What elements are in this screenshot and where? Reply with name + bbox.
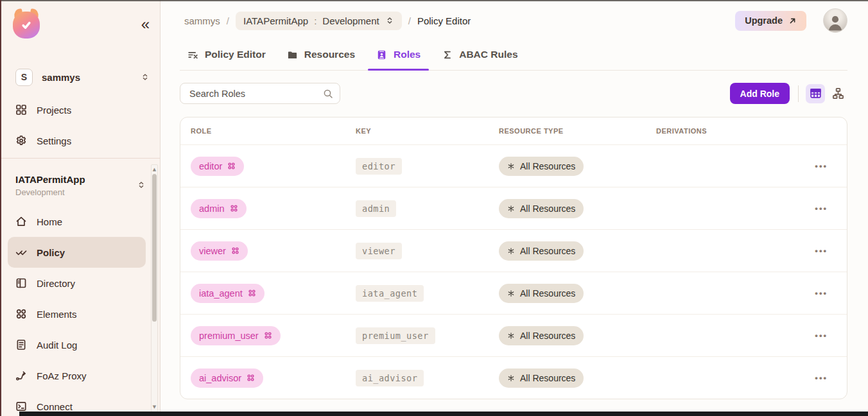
role-badge-admin[interactable]: admin (191, 199, 247, 218)
breadcrumb: sammys / IATAPermitApp : Development / P… (184, 12, 471, 30)
tab-roles[interactable]: Roles (376, 49, 421, 70)
row-actions-menu[interactable]: ••• (815, 288, 828, 298)
resource-type-label: All Resources (520, 288, 575, 299)
column-header-resource-type: RESOURCE TYPE (499, 127, 656, 135)
four-dots-icon (264, 331, 272, 340)
sidebar-item-directory[interactable]: Directory (8, 268, 146, 299)
role-badge-iata_agent[interactable]: iata_agent (191, 284, 265, 303)
directory-icon (15, 277, 28, 289)
sidebar-item-audit-log[interactable]: Audit Log (8, 329, 146, 360)
table-view-icon (810, 87, 822, 100)
sidebar-divider (0, 158, 160, 159)
upgrade-button[interactable]: Upgrade (735, 11, 806, 31)
chevron-updown-icon (137, 180, 146, 189)
resource-type-label: All Resources (520, 161, 575, 171)
four-dots-icon (247, 374, 255, 382)
breadcrumb-page: Policy Editor (417, 15, 471, 26)
asterisk-icon (507, 247, 515, 255)
audit-log-icon (15, 339, 28, 351)
four-dots-icon (230, 204, 238, 212)
roles-table-body: editor editor All Resources ••• admin ad… (180, 144, 847, 399)
row-actions-menu[interactable]: ••• (815, 246, 828, 256)
table-row-viewer: viewer viewer All Resources ••• (180, 229, 847, 272)
role-key: iata_agent (356, 285, 424, 302)
folder-icon (287, 49, 298, 60)
roles-toolbar: Add Role (180, 83, 847, 104)
window-top-edge (0, 0, 868, 1)
sidebar-scrollbar[interactable]: ▲ ▼ (151, 164, 158, 412)
role-badge-ai_advisor[interactable]: ai_advisor (191, 368, 263, 388)
resource-type-label: All Resources (520, 373, 575, 383)
scrollbar-thumb[interactable] (152, 174, 157, 322)
table-row-admin: admin admin All Resources ••• (180, 187, 847, 229)
add-role-button[interactable]: Add Role (730, 83, 790, 104)
resource-type-label: All Resources (520, 246, 575, 256)
sidebar-item-foaz-proxy[interactable]: FoAz Proxy (8, 360, 146, 391)
hierarchy-view-icon (832, 87, 844, 100)
project-environment: Development (15, 187, 85, 197)
grid-icon (15, 104, 28, 116)
topbar: sammys / IATAPermitApp : Development / P… (180, 10, 847, 31)
resource-type-badge: All Resources (499, 284, 584, 303)
elements-icon (15, 308, 28, 320)
sidebar-item-policy[interactable]: Policy (8, 237, 146, 268)
tab-policy-editor[interactable]: Policy Editor (187, 49, 266, 70)
toolbar-divider (798, 85, 799, 102)
roles-table: ROLEKEYRESOURCE TYPEDERIVATIONS editor e… (180, 117, 847, 399)
permit-logo (13, 12, 40, 39)
column-header-role: ROLE (191, 127, 356, 135)
search-roles-box[interactable] (180, 83, 340, 104)
scroll-up-icon[interactable]: ▲ (153, 165, 156, 174)
search-roles-input[interactable] (188, 88, 323, 100)
gear-icon (15, 135, 28, 146)
logo-checkmark-icon (13, 12, 40, 39)
row-actions-menu[interactable]: ••• (815, 161, 828, 171)
chevron-updown-icon (141, 73, 150, 82)
sidebar-item-settings[interactable]: Settings (8, 125, 146, 156)
row-actions-menu[interactable]: ••• (815, 331, 828, 340)
breadcrumb-workspace[interactable]: sammys (184, 15, 220, 26)
role-badge-viewer[interactable]: viewer (191, 241, 248, 261)
toolbar-right: Add Role (730, 83, 847, 104)
row-actions-menu[interactable]: ••• (815, 373, 828, 383)
breadcrumb-colon: : (314, 15, 317, 26)
resource-type-badge: All Resources (499, 157, 584, 176)
workspace-selector[interactable]: S sammys (15, 67, 150, 87)
project-selector[interactable]: IATAPermitApp Development (15, 174, 146, 197)
four-dots-icon (231, 247, 239, 255)
role-name: editor (199, 161, 222, 171)
hierarchy-view-button[interactable] (828, 84, 847, 103)
app-window: « S sammys Projects Settings IATAPermitA… (0, 0, 868, 416)
table-view-button[interactable] (806, 84, 825, 103)
role-badge-editor[interactable]: editor (191, 157, 244, 176)
resource-type-badge: All Resources (499, 241, 584, 261)
asterisk-icon (507, 290, 515, 297)
resource-type-badge: All Resources (499, 199, 584, 218)
tab-resources[interactable]: Resources (287, 49, 355, 70)
sidebar-top-nav: Projects Settings (0, 94, 160, 156)
role-key: viewer (356, 243, 402, 259)
sidebar-item-elements[interactable]: Elements (8, 299, 146, 329)
sidebar-item-projects[interactable]: Projects (8, 94, 146, 125)
collapse-sidebar-button[interactable]: « (141, 17, 150, 32)
table-row-editor: editor editor All Resources ••• (180, 144, 847, 187)
tab-abac-rules[interactable]: ABAC Rules (442, 49, 517, 70)
row-actions-menu[interactable]: ••• (815, 204, 828, 213)
sidebar: « S sammys Projects Settings IATAPermitA… (0, 0, 161, 416)
table-row-premium_user: premium_user premium_user All Resources … (180, 314, 847, 356)
role-badge-premium_user[interactable]: premium_user (191, 326, 281, 345)
upgrade-label: Upgrade (745, 15, 783, 26)
sidebar-item-home[interactable]: Home (8, 206, 146, 237)
role-name: iata_agent (199, 288, 243, 299)
breadcrumb-environment: Development (322, 15, 379, 26)
proxy-icon (15, 370, 28, 381)
topbar-right: Upgrade (735, 8, 847, 33)
breadcrumb-project-env-selector[interactable]: IATAPermitApp : Development (236, 12, 402, 30)
asterisk-icon (507, 332, 515, 340)
table-row-iata_agent: iata_agent iata_agent All Resources ••• (180, 272, 847, 314)
workspace-name: sammys (42, 72, 132, 83)
scroll-down-icon[interactable]: ▼ (153, 403, 156, 412)
breadcrumb-separator: / (408, 15, 411, 26)
user-avatar[interactable] (823, 8, 847, 33)
resource-type-label: All Resources (520, 331, 575, 341)
